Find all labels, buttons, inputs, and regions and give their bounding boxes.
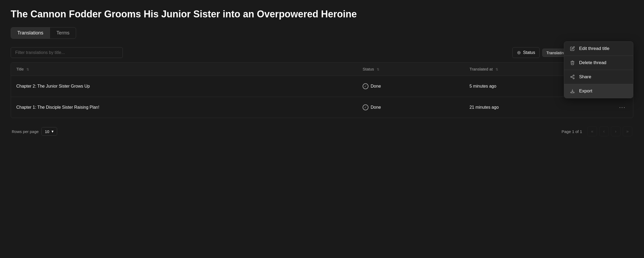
status-filter-button[interactable]: ⊕ Status xyxy=(512,47,540,58)
col-header-title[interactable]: Title ⇅ xyxy=(11,62,357,76)
rows-per-page-value: 10 xyxy=(45,129,49,134)
page-navigation: Page 1 of 1 « ‹ › » xyxy=(558,127,632,136)
edit-thread-title-item[interactable]: Edit thread title xyxy=(564,42,633,56)
status-label: Status xyxy=(523,50,535,55)
svg-point-0 xyxy=(573,75,574,76)
status-sort-icon: ⇅ xyxy=(377,68,379,71)
row-status: Done xyxy=(357,76,464,97)
export-icon xyxy=(570,89,575,93)
delete-thread-label: Delete thread xyxy=(579,60,606,65)
table-header-row: Title ⇅ Status ⇅ Translated at ⇅ xyxy=(11,62,633,76)
table-row: Chapter 2: The Junior Sister Grows Up Do… xyxy=(11,76,633,97)
tab-translations[interactable]: Translations xyxy=(11,28,50,38)
svg-point-2 xyxy=(573,78,574,79)
next-page-button[interactable]: › xyxy=(611,127,621,136)
rows-per-page-label: Rows per page xyxy=(12,129,39,134)
toolbar: ⊕ Status Translating Done ↪ Export ⋯ xyxy=(11,47,633,58)
page-info: Page 1 of 1 xyxy=(561,129,582,134)
first-page-button[interactable]: « xyxy=(587,127,597,136)
translations-table-container: Title ⇅ Status ⇅ Translated at ⇅ Chapter… xyxy=(11,62,633,118)
last-page-button[interactable]: » xyxy=(623,127,632,136)
col-header-status[interactable]: Status ⇅ xyxy=(357,62,464,76)
share-icon xyxy=(570,75,575,79)
row-title: Chapter 2: The Junior Sister Grows Up xyxy=(11,76,357,97)
title-sort-icon: ⇅ xyxy=(26,68,29,71)
prev-page-button[interactable]: ‹ xyxy=(599,127,609,136)
done-label: Done xyxy=(371,84,381,89)
trash-icon xyxy=(570,60,575,65)
share-item[interactable]: Share xyxy=(564,70,633,84)
rows-per-page: Rows per page 10 ▾ xyxy=(12,127,57,136)
rows-per-page-select[interactable]: 10 ▾ xyxy=(41,127,57,136)
pencil-icon xyxy=(570,46,575,51)
row-title: Chapter 1: The Disciple Sister Raising P… xyxy=(11,97,357,118)
export-dropdown-item[interactable]: Export xyxy=(564,84,633,98)
translated-at-sort-icon: ⇅ xyxy=(496,68,498,71)
page-title: The Cannon Fodder Grooms His Junior Sist… xyxy=(11,9,633,20)
toolbar-left xyxy=(11,47,123,58)
tabs-container: Translations Terms xyxy=(11,27,76,39)
chevron-down-icon: ▾ xyxy=(52,129,54,134)
plus-icon: ⊕ xyxy=(517,50,521,56)
share-label: Share xyxy=(579,74,591,80)
search-input[interactable] xyxy=(11,47,123,58)
table-row: Chapter 1: The Disciple Sister Raising P… xyxy=(11,97,633,118)
svg-point-1 xyxy=(571,76,572,78)
translations-table: Title ⇅ Status ⇅ Translated at ⇅ Chapter… xyxy=(11,62,633,118)
tab-terms[interactable]: Terms xyxy=(50,28,76,38)
done-circle-icon xyxy=(363,104,368,110)
row-translated-at: 21 minutes ago xyxy=(464,97,611,118)
export-dropdown-label: Export xyxy=(579,88,592,94)
pagination-row: Rows per page 10 ▾ Page 1 of 1 « ‹ › » xyxy=(11,124,633,138)
delete-thread-item[interactable]: Delete thread xyxy=(564,56,633,70)
svg-line-4 xyxy=(572,76,573,77)
edit-thread-title-label: Edit thread title xyxy=(579,46,609,51)
svg-line-3 xyxy=(572,77,573,78)
row-more-button-1[interactable]: ··· xyxy=(617,103,628,112)
done-label: Done xyxy=(371,105,381,110)
row-status: Done xyxy=(357,97,464,118)
done-circle-icon xyxy=(363,83,368,89)
dropdown-menu: Edit thread title Delete thread Share xyxy=(564,41,633,98)
row-actions: ··· xyxy=(612,97,633,118)
